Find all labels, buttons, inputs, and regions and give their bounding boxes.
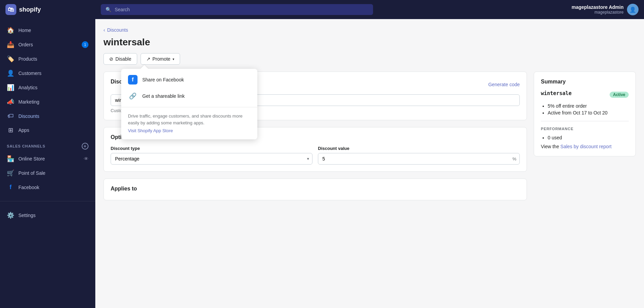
sidebar-item-label: Facebook xyxy=(18,185,39,190)
dropdown-divider xyxy=(121,107,257,107)
sidebar-item-home[interactable]: 🏠 Home xyxy=(0,23,95,37)
discount-type-label: Discount type xyxy=(111,146,312,151)
orders-icon: 📥 xyxy=(7,41,14,48)
discount-value-wrapper: % xyxy=(318,153,520,165)
pos-icon: 🛒 xyxy=(7,169,14,177)
summary-discount-name: wintersale xyxy=(541,90,571,96)
promote-dropdown: f Share on Facebook 🔗 Get a shareable li… xyxy=(121,69,257,139)
sidebar-item-label: Analytics xyxy=(18,85,37,90)
promo-text: Drive traffic, engage customers, and sha… xyxy=(121,110,257,127)
add-sales-channel-icon[interactable]: + xyxy=(82,143,88,150)
page-title: wintersale xyxy=(103,37,636,48)
performance-used: 0 used xyxy=(548,135,629,140)
content-sidebar: Summary wintersale Active 5% off entire … xyxy=(534,72,636,207)
sidebar: 🏠 Home 📥 Orders 1 🏷️ Products 👤 Customer… xyxy=(0,19,95,308)
applies-to-title: Applies to xyxy=(111,186,520,192)
summary-detail-2: Active from Oct 17 to Oct 20 xyxy=(548,110,629,115)
logo-text: shopify xyxy=(19,6,41,13)
sidebar-item-customers[interactable]: 👤 Customers xyxy=(0,66,95,80)
sidebar-item-label: Settings xyxy=(18,213,36,218)
shareable-link-item[interactable]: 🔗 Get a shareable link xyxy=(121,88,257,104)
online-store-icon: 🏪 xyxy=(7,155,14,163)
sidebar-item-label: Home xyxy=(18,28,31,33)
shareable-link-label: Get a shareable link xyxy=(142,93,185,99)
back-chevron-icon: ‹ xyxy=(103,27,105,33)
sidebar-item-settings[interactable]: ⚙️ Settings xyxy=(0,208,95,222)
performance-label: PERFORMANCE xyxy=(541,127,629,131)
marketing-icon: 📣 xyxy=(7,98,14,106)
status-badge: Active xyxy=(610,92,629,98)
chevron-down-icon: ▾ xyxy=(173,57,174,61)
logo[interactable]: 🛍 shopify xyxy=(5,4,101,15)
user-info: mageplazastore Admin mageplazastore xyxy=(571,4,624,15)
facebook-icon: f xyxy=(7,184,14,191)
applies-to-card: Applies to xyxy=(103,179,527,200)
sidebar-item-label: Orders xyxy=(18,42,33,47)
sidebar-item-apps[interactable]: ⊞ Apps xyxy=(0,123,95,137)
breadcrumb[interactable]: ‹ Discounts xyxy=(103,27,636,33)
sidebar-item-label: Point of Sale xyxy=(18,170,45,176)
promote-share-icon: ↗ xyxy=(146,56,150,62)
breadcrumb-label: Discounts xyxy=(107,27,128,33)
customers-icon: 👤 xyxy=(7,70,14,77)
disable-icon: ⊘ xyxy=(109,56,113,62)
facebook-brand-icon: f xyxy=(128,75,138,84)
layout: 🏠 Home 📥 Orders 1 🏷️ Products 👤 Customer… xyxy=(0,19,644,308)
sidebar-item-discounts[interactable]: 🏷 Discounts xyxy=(0,109,95,123)
sidebar-item-orders[interactable]: 📥 Orders 1 xyxy=(0,37,95,52)
discounts-icon: 🏷 xyxy=(7,112,14,120)
search-container: 🔍 Search xyxy=(101,4,373,15)
sidebar-item-label: Marketing xyxy=(18,99,39,105)
share-facebook-item[interactable]: f Share on Facebook xyxy=(121,72,257,88)
eye-icon[interactable]: 👁 xyxy=(84,156,88,161)
summary-detail-1: 5% off entire order xyxy=(548,103,629,109)
options-form-row: Discount type Percentage Fixed amount Fr… xyxy=(111,146,520,165)
sidebar-item-label: Products xyxy=(18,56,37,62)
summary-name-row: wintersale Active xyxy=(541,90,629,99)
sidebar-item-label: Discounts xyxy=(18,113,39,119)
sidebar-item-marketing[interactable]: 📣 Marketing xyxy=(0,95,95,109)
products-icon: 🏷️ xyxy=(7,55,14,63)
summary-title: Summary xyxy=(541,79,629,85)
sidebar-item-online-store[interactable]: 🏪 Online Store 👁 xyxy=(0,152,95,166)
view-report-text: View the Sales by discount report xyxy=(541,144,629,149)
sidebar-item-facebook[interactable]: f Facebook xyxy=(0,180,95,194)
sidebar-bottom: ⚙️ Settings xyxy=(0,201,95,222)
sidebar-item-analytics[interactable]: 📊 Analytics xyxy=(0,80,95,95)
user-menu[interactable]: mageplazastore Admin mageplazastore 👤 xyxy=(571,4,639,15)
search-icon: 🔍 xyxy=(106,7,111,12)
sidebar-item-label: Online Store xyxy=(18,156,45,161)
sidebar-item-label: Apps xyxy=(18,127,29,133)
generate-code-link[interactable]: Generate code xyxy=(488,82,520,87)
discount-value-input[interactable] xyxy=(318,153,520,165)
search-box[interactable]: 🔍 Search xyxy=(101,4,373,15)
home-icon: 🏠 xyxy=(7,27,14,34)
sales-channels-section: SALES CHANNELS + xyxy=(0,137,95,152)
sidebar-item-products[interactable]: 🏷️ Products xyxy=(0,52,95,66)
performance-list: 0 used xyxy=(541,135,629,140)
sales-channels-label: SALES CHANNELS xyxy=(7,144,45,148)
promote-button[interactable]: ↗ Promote ▾ xyxy=(141,53,180,65)
avatar[interactable]: 👤 xyxy=(627,4,639,15)
action-bar: ⊘ Disable ↗ Promote ▾ f Share on Faceboo… xyxy=(103,53,636,65)
discount-value-label: Discount value xyxy=(318,146,520,151)
discount-value-group: Discount value % xyxy=(318,146,520,165)
summary-card: Summary wintersale Active 5% off entire … xyxy=(534,72,636,156)
sales-report-link[interactable]: Sales by discount report xyxy=(560,144,611,149)
settings-icon: ⚙️ xyxy=(7,212,14,219)
discount-type-select-wrapper: Percentage Fixed amount Free shipping Bu… xyxy=(111,153,312,165)
percent-suffix: % xyxy=(512,156,516,161)
app-store-link[interactable]: Visit Shopify App Store xyxy=(121,127,257,134)
disable-button[interactable]: ⊘ Disable xyxy=(103,53,137,65)
perf-divider xyxy=(541,121,629,121)
discount-type-select[interactable]: Percentage Fixed amount Free shipping Bu… xyxy=(111,153,312,165)
orders-badge: 1 xyxy=(82,41,88,48)
apps-icon: ⊞ xyxy=(7,126,14,134)
user-name: mageplazastore Admin xyxy=(571,4,624,10)
logo-icon: 🛍 xyxy=(5,4,16,15)
promote-label: Promote xyxy=(152,56,171,62)
top-navigation: 🛍 shopify 🔍 Search mageplazastore Admin … xyxy=(0,0,644,19)
search-placeholder: Search xyxy=(115,7,130,12)
discount-type-group: Discount type Percentage Fixed amount Fr… xyxy=(111,146,312,165)
sidebar-item-point-of-sale[interactable]: 🛒 Point of Sale xyxy=(0,166,95,180)
